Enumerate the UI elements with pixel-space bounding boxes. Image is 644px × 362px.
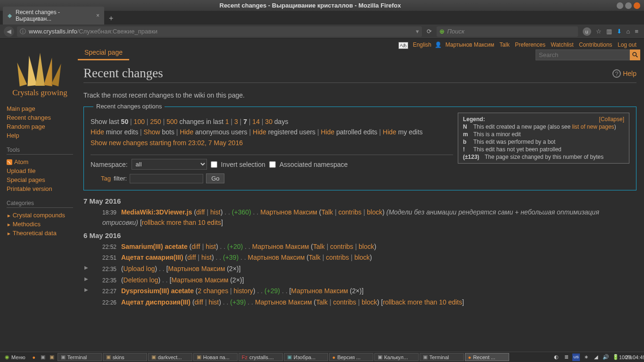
change-title[interactable]: Ацетат диспрозия(III) (121, 298, 190, 306)
diff-link[interactable]: diff (196, 208, 205, 216)
expand-arrow-icon[interactable]: ▶ (84, 275, 88, 283)
browser-toolbar: ◀ ⓘ www.crystalls.info /Служебная:Свежие… (0, 25, 644, 39)
opt-250[interactable]: 250 (150, 118, 161, 125)
tag-filter-input[interactable] (130, 174, 203, 183)
opt-50[interactable]: 50 (121, 118, 129, 125)
taskbar-app[interactable]: ▣Изобра... (284, 353, 328, 361)
link-list-new-pages[interactable]: list of new pages (572, 123, 614, 130)
bluetooth-icon[interactable]: ∗ (582, 354, 590, 361)
tab-close-icon[interactable]: × (96, 12, 99, 19)
downloads-icon[interactable]: ⬇ (617, 28, 622, 35)
start-menu[interactable]: ◉Меню (2, 354, 28, 360)
volume-icon[interactable]: 🔊 (602, 354, 610, 361)
change-title[interactable]: MediaWiki:3DViewer.js (121, 208, 192, 216)
tag-link[interactable]: Tag (101, 175, 111, 182)
opt-d14[interactable]: 14 (252, 118, 260, 125)
nav-upload-file[interactable]: Upload file (7, 167, 35, 174)
firefox-icon[interactable]: ● (30, 354, 38, 361)
wifi-icon[interactable]: ◢ (592, 354, 600, 361)
opt-d7[interactable]: 7 (243, 118, 247, 125)
nav-cat-methodics[interactable]: Methodics (7, 221, 41, 228)
opt-hide-minor[interactable]: Hide (91, 128, 104, 136)
nav-special-pages[interactable]: Special pages (7, 176, 45, 183)
namespace-select[interactable]: all (132, 159, 207, 170)
browser-search-box[interactable]: ⊕ Поиск (437, 26, 578, 37)
network-icon[interactable]: ≣ (562, 354, 570, 361)
minimize-button[interactable] (617, 2, 623, 9)
browser-tab-active[interactable]: ◆ Recent changes - Выращиван... × (3, 7, 104, 25)
opt-show-bots[interactable]: Show (144, 128, 160, 136)
opt-hide-patrol[interactable]: Hide (321, 128, 335, 136)
change-title[interactable]: Samarium(III) acetate (121, 243, 188, 250)
home-icon[interactable]: ⌂ (627, 28, 630, 35)
files-icon[interactable]: ▣ (48, 354, 56, 361)
page-tabs-row: Special page (78, 39, 644, 60)
nav-main-page[interactable]: Main page (7, 105, 35, 112)
terminal-icon[interactable]: ▣ (39, 354, 47, 361)
opt-d30[interactable]: 30 (265, 118, 272, 125)
rollback-link[interactable]: rollback more than 10 edits (142, 219, 221, 226)
new-tab-button[interactable]: + (104, 12, 118, 25)
change-title[interactable]: Deletion log (124, 276, 158, 284)
hist-link[interactable]: hist (210, 208, 221, 216)
opt-d3[interactable]: 3 (234, 118, 238, 125)
change-title[interactable]: Ацетат самария(III) (121, 254, 183, 261)
legend-collapse[interactable]: Collapse (601, 116, 623, 123)
expand-arrow-icon[interactable]: ▶ (84, 264, 88, 272)
opt-show-new[interactable]: Show new changes starting from 23:02, 7 … (91, 139, 243, 147)
opt-500[interactable]: 500 (166, 118, 177, 125)
url-dropdown-icon[interactable]: ▾ (416, 28, 419, 35)
nav-recent-changes[interactable]: Recent changes (7, 114, 51, 121)
taskbar-app[interactable]: Fzcrystalls.... (239, 353, 283, 361)
search-placeholder: Поиск (447, 28, 465, 35)
wiki-search (536, 49, 640, 60)
change-row: ▶ 22:27 Dysprosium(III) acetate (2 chang… (83, 286, 636, 297)
url-bar[interactable]: ⓘ www.crystalls.info /Служебная:Свежие_п… (17, 26, 422, 37)
tab-special-page[interactable]: Special page (78, 46, 129, 60)
hamburger-menu-icon[interactable]: ≡ (635, 28, 638, 35)
change-title[interactable]: Upload log (124, 265, 155, 272)
nav-help[interactable]: Help (7, 132, 19, 139)
opt-d1[interactable]: 1 (225, 118, 229, 125)
wiki-search-input[interactable] (536, 49, 630, 60)
change-title[interactable]: Dysprosium(III) acetate (121, 287, 194, 295)
nav-atom[interactable]: Atom (14, 158, 28, 165)
close-button[interactable] (634, 2, 640, 9)
keyboard-layout-icon[interactable]: US (572, 354, 580, 361)
nav-printable[interactable]: Printable version (7, 185, 52, 192)
back-button[interactable]: ◀ (4, 26, 14, 37)
changes-list: 7 May 2016 18:39 MediaWiki:3DViewer.js (… (83, 197, 636, 308)
nav-cat-crystal-compounds[interactable]: Crystal compounds (7, 212, 65, 219)
nav-cat-theoretical-data[interactable]: Theoretical data (7, 230, 57, 237)
battery-icon[interactable]: 🔋 (612, 354, 619, 361)
ublock-icon[interactable]: u (583, 27, 591, 36)
reload-button[interactable]: ⟳ (425, 28, 434, 35)
clock[interactable]: 23:04:49 (632, 354, 639, 361)
taskbar-app[interactable]: ●Версия ... (329, 353, 373, 361)
nav-random-page[interactable]: Random page (7, 123, 45, 130)
help-link[interactable]: ?Help (612, 69, 636, 78)
clipboard-icon[interactable]: ▥ (606, 28, 612, 35)
opt-hide-reg[interactable]: Hide (253, 128, 266, 136)
change-user[interactable]: Мартынов Максим (260, 208, 317, 216)
opt-100[interactable]: 100 (134, 118, 145, 125)
maximize-button[interactable] (625, 2, 632, 9)
taskbar-app[interactable]: ▣Калькул... (374, 353, 419, 361)
site-logo[interactable]: Crystals growing (7, 52, 73, 98)
taskbar-app[interactable]: ▣Новая па... (193, 353, 238, 361)
assoc-checkbox[interactable] (269, 161, 276, 168)
opt-hide-my[interactable]: Hide (383, 128, 396, 136)
taskbar-app[interactable]: ▣Terminal (58, 353, 102, 361)
taskbar-app[interactable]: ▣skins (103, 353, 147, 361)
tray-icon[interactable]: ◐ (553, 354, 560, 361)
invert-checkbox[interactable] (211, 161, 217, 168)
taskbar-app-active[interactable]: ●Recent ... (465, 353, 509, 361)
taskbar-app[interactable]: ▣Terminal (420, 353, 464, 361)
opt-hide-anon[interactable]: Hide (180, 128, 193, 136)
bookmark-star-icon[interactable]: ☆ (596, 28, 602, 35)
expand-arrow-icon[interactable]: ▶ (84, 286, 88, 294)
wiki-search-button[interactable] (630, 49, 640, 60)
go-button[interactable]: Go (206, 173, 224, 183)
taskbar-app[interactable]: ▣darkvect... (148, 353, 192, 361)
rollback-link[interactable]: rollback more than 10 edits (383, 298, 462, 306)
